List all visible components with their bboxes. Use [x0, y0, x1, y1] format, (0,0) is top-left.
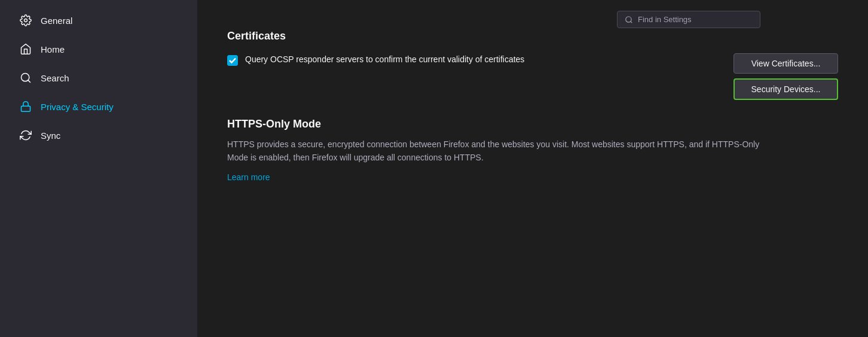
certificates-title: Certificates — [227, 30, 838, 42]
sidebar-item-privacy-security[interactable]: Privacy & Security — [5, 93, 192, 120]
checkmark-icon — [229, 57, 236, 64]
sidebar-item-search[interactable]: Search — [5, 64, 192, 92]
sidebar-item-home[interactable]: Home — [5, 35, 192, 63]
find-in-settings-container — [617, 11, 760, 28]
view-certificates-button[interactable]: View Certificates... — [733, 53, 838, 74]
certificates-left: Query OCSP responder servers to confirm … — [227, 53, 524, 66]
sidebar-item-general[interactable]: General — [5, 7, 192, 34]
svg-point-0 — [25, 19, 27, 22]
learn-more-link[interactable]: Learn more — [227, 172, 270, 182]
lock-icon — [19, 100, 32, 113]
sidebar-item-sync-label: Sync — [41, 130, 60, 141]
home-icon — [19, 42, 32, 56]
security-devices-button[interactable]: Security Devices... — [733, 78, 838, 100]
sidebar-item-home-label: Home — [41, 44, 65, 54]
https-only-mode-title: HTTPS-Only Mode — [227, 118, 838, 130]
sidebar-item-search-label: Search — [41, 73, 69, 83]
svg-line-5 — [631, 21, 632, 23]
sidebar-item-general-label: General — [41, 16, 72, 26]
https-only-mode-description: HTTPS provides a secure, encrypted conne… — [227, 138, 765, 165]
gear-icon — [19, 14, 32, 27]
find-in-settings-input[interactable] — [638, 15, 753, 24]
find-icon — [625, 16, 633, 24]
ocsp-checkbox-container[interactable] — [227, 55, 238, 66]
ocsp-description: Query OCSP responder servers to confirm … — [245, 53, 524, 66]
sync-icon — [19, 129, 32, 142]
ocsp-checkbox[interactable] — [227, 55, 238, 66]
main-content: Certificates Query OCSP responder server… — [197, 0, 868, 337]
sidebar: General Home Search Privacy & Security — [0, 0, 197, 337]
find-in-settings-bar — [617, 11, 760, 28]
sidebar-item-sync[interactable]: Sync — [5, 122, 192, 149]
svg-line-2 — [28, 80, 30, 83]
certificates-row: Query OCSP responder servers to confirm … — [227, 53, 838, 100]
svg-rect-3 — [22, 106, 30, 111]
search-icon — [19, 71, 32, 84]
sidebar-item-privacy-security-label: Privacy & Security — [41, 102, 114, 112]
svg-point-4 — [626, 16, 631, 22]
certificates-buttons: View Certificates... Security Devices... — [733, 53, 838, 100]
